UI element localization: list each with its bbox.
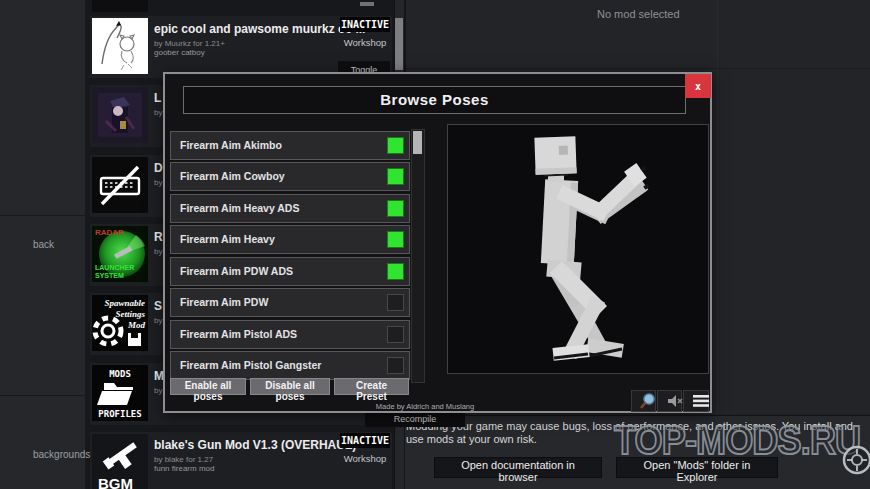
modding-warning-text: Modding your game may cause bugs, loss o…	[406, 420, 868, 446]
grid-seam	[717, 0, 718, 415]
close-button[interactable]: x	[685, 74, 711, 98]
pose-item[interactable]: Firearm Aim Pistol ADS	[170, 320, 410, 349]
pose-checkbox[interactable]	[387, 168, 404, 185]
pose-preview-pane	[447, 124, 709, 374]
pose-checkbox[interactable]	[387, 231, 404, 248]
svg-text:Spawnable: Spawnable	[104, 298, 145, 308]
svg-text:MODS: MODS	[109, 369, 131, 379]
open-mods-folder-button[interactable]: Open "Mods" folder in Explorer	[616, 457, 778, 478]
mods-profiles-thumbnail: MODS PROFILES	[92, 365, 148, 421]
disable-all-poses-button[interactable]: Disable all poses	[250, 378, 330, 395]
mod-list-scrollbar-thumb[interactable]	[395, 18, 403, 70]
mod-row-epic-cool[interactable]: epic cool and pawsome muurkz oc ... by M…	[90, 16, 392, 78]
pose-item[interactable]: Firearm Aim Heavy ADS	[170, 194, 410, 223]
mod-title: blake's Gun Mod V1.3 (OVERHAUL)	[154, 438, 356, 452]
mod-row-partial-dash	[360, 2, 374, 6]
pose-name: Firearm Aim Akimbo	[180, 139, 282, 151]
svg-text:PROFILES: PROFILES	[98, 409, 141, 419]
svg-text:LAUNCHER: LAUNCHER	[95, 264, 134, 271]
workshop-label: Workshop	[340, 37, 390, 48]
no-mod-selected-text: No mod selected	[597, 8, 680, 20]
pose-checkbox[interactable]	[387, 137, 404, 154]
pose-checkbox[interactable]	[387, 326, 404, 343]
spawnable-settings-thumbnail: Spawnable Settings Mod	[92, 295, 148, 351]
zoom-tool-button[interactable]	[631, 390, 656, 412]
svg-text:RADAR: RADAR	[95, 228, 124, 237]
pose-checkbox[interactable]	[387, 263, 404, 280]
cat-sketch-thumbnail	[92, 18, 148, 74]
status-badge: INACTIVE	[340, 433, 390, 448]
enable-all-poses-button[interactable]: Enable all poses	[170, 378, 246, 395]
credit-text: Made by Aldrich and Muslang	[340, 402, 510, 411]
mod-title: R	[154, 230, 163, 244]
rail-divider	[0, 395, 85, 396]
create-preset-button[interactable]: Create Preset	[334, 378, 409, 395]
speaker-muted-icon	[664, 392, 685, 410]
open-documentation-button[interactable]: Open documentation in browser	[434, 457, 602, 478]
mod-row-blakes-gun-mod[interactable]: BGM blake's Gun Mod V1.3 (OVERHAUL) by b…	[90, 432, 392, 489]
mod-author: by	[154, 178, 162, 187]
pose-item[interactable]: Firearm Aim Pistol Gangster	[170, 351, 410, 380]
menu-button[interactable]	[683, 390, 709, 412]
keyboard-slash-thumbnail	[92, 157, 148, 213]
pose-name: Firearm Aim PDW	[180, 296, 268, 308]
pose-checkbox[interactable]	[387, 294, 404, 311]
mod-author: by blake for 1.27	[154, 455, 213, 464]
mod-row-partial	[92, 0, 148, 12]
mod-author: by Muurkz for 1.21+	[154, 39, 225, 48]
hamburger-menu-icon	[690, 392, 712, 410]
pose-list-scrollbar[interactable]	[411, 129, 425, 383]
radar-launcher-thumbnail: RADAR LAUNCHER SYSTEM	[92, 226, 148, 282]
mod-author: by	[154, 247, 162, 256]
pose-item[interactable]: Firearm Aim Cowboy	[170, 162, 410, 191]
svg-text:Mod: Mod	[127, 320, 146, 330]
pose-name: Firearm Aim Pistol ADS	[180, 328, 297, 340]
purple-art-thumbnail	[92, 87, 148, 143]
recompile-button[interactable]: Recompile	[365, 411, 465, 427]
pose-name: Firearm Aim Heavy	[180, 233, 275, 245]
pose-preview-figure	[448, 125, 708, 373]
pose-name: Firearm Aim Heavy ADS	[180, 202, 299, 214]
mod-desc: funn firearm mod	[154, 464, 214, 473]
grid-seam	[405, 68, 870, 69]
pose-list-scrollbar-thumb[interactable]	[413, 131, 422, 154]
pose-item[interactable]: Firearm Aim PDW ADS	[170, 257, 410, 286]
mute-sound-button[interactable]	[657, 390, 682, 412]
pose-name: Firearm Aim Cowboy	[180, 170, 285, 182]
pose-checkbox[interactable]	[387, 200, 404, 217]
svg-text:SYSTEM: SYSTEM	[95, 272, 124, 279]
backgrounds-label[interactable]: backgrounds	[33, 449, 90, 460]
mod-title: L	[154, 91, 161, 105]
pose-item[interactable]: Firearm Aim Akimbo	[170, 131, 410, 160]
mod-title: D	[154, 161, 163, 175]
mod-author: by	[154, 108, 162, 117]
mod-desc: goober catboy	[154, 48, 205, 57]
mod-title: epic cool and pawsome muurkz oc ...	[154, 22, 365, 36]
pose-name: Firearm Aim PDW ADS	[180, 265, 293, 277]
workshop-label: Workshop	[340, 453, 390, 464]
pose-item[interactable]: Firearm Aim PDW	[170, 288, 410, 317]
pose-name: Firearm Aim Pistol Gangster	[180, 359, 321, 371]
mod-title: S	[154, 299, 162, 313]
status-badge: INACTIVE	[340, 17, 390, 32]
browse-poses-dialog: Browse Poses x Firearm Aim Akimbo Firear…	[163, 72, 712, 413]
magnifier-icon	[638, 392, 659, 410]
pose-item[interactable]: Firearm Aim Heavy	[170, 225, 410, 254]
rail-divider	[0, 215, 85, 216]
svg-text:BGM: BGM	[98, 475, 133, 489]
pose-checkbox[interactable]	[387, 357, 404, 374]
mod-author: by	[154, 316, 162, 325]
dialog-title-bar: Browse Poses	[183, 86, 686, 114]
dialog-title: Browse Poses	[184, 87, 685, 113]
app-screen: back backgrounds epic cool and pawsome m…	[0, 0, 870, 489]
svg-text:Settings: Settings	[115, 309, 145, 319]
mod-author: by	[154, 386, 162, 395]
bgm-gun-thumbnail: BGM	[92, 434, 148, 489]
back-button[interactable]: back	[33, 239, 54, 250]
